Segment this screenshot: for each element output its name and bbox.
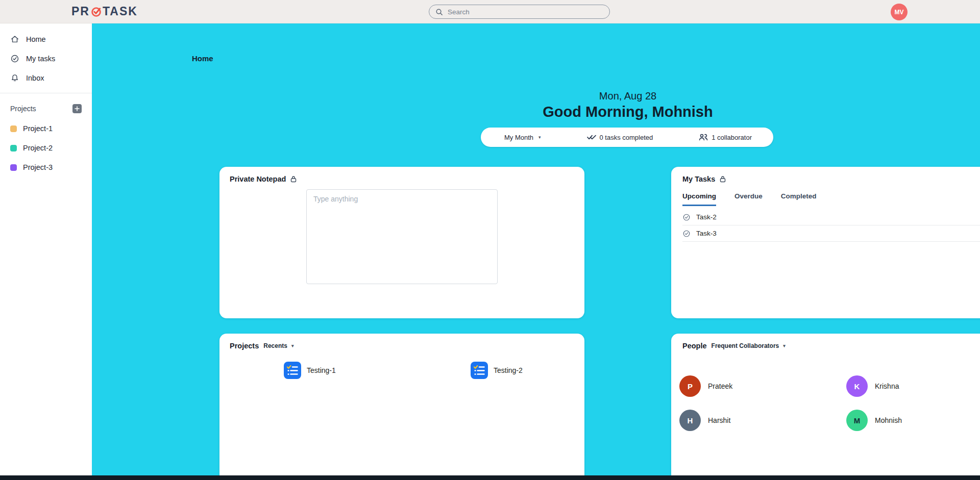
my-tasks-card: My Tasks Upcoming Overdue Completed Task… xyxy=(671,167,980,318)
sidebar-divider xyxy=(0,93,92,93)
tab-completed[interactable]: Completed xyxy=(781,192,817,206)
project-color-swatch xyxy=(10,164,17,171)
person-avatar: H xyxy=(679,410,701,431)
project-tile-label: Testing-2 xyxy=(494,366,523,374)
task-list: Task-2 Task-3 xyxy=(682,209,980,242)
topbar: PR TASK MV xyxy=(0,0,980,23)
person-mohnish[interactable]: M Mohnish xyxy=(846,410,902,431)
task-check-circle-icon xyxy=(682,230,691,238)
project-list-icon xyxy=(471,362,488,379)
bell-icon xyxy=(10,73,19,83)
tasks-completed-stat[interactable]: 0 tasks completed xyxy=(587,134,653,141)
my-tasks-title: My Tasks xyxy=(682,175,715,183)
sidebar-item-home[interactable]: Home xyxy=(0,30,92,49)
sidebar: Home My tasks Inbox Projects Project-1 P… xyxy=(0,23,92,475)
person-prateek[interactable]: P Prateek xyxy=(679,375,732,397)
projects-filter-label: Recents xyxy=(263,342,287,349)
logo-check-circle-icon xyxy=(90,6,102,17)
project-tile-testing-2[interactable]: Testing-2 xyxy=(471,362,523,379)
person-krishna[interactable]: K Krishna xyxy=(846,375,899,397)
search-icon xyxy=(435,8,443,16)
lock-icon xyxy=(290,175,297,183)
person-name: Harshit xyxy=(708,416,730,424)
collaborators-icon xyxy=(699,134,708,141)
sidebar-item-inbox[interactable]: Inbox xyxy=(0,68,92,88)
person-avatar: M xyxy=(846,410,868,431)
person-name: Prateek xyxy=(708,382,732,390)
person-name: Mohnish xyxy=(875,416,902,424)
home-canvas: Home Customize Mon, Aug 28 Good Morning,… xyxy=(92,23,980,475)
collaborators-stat[interactable]: 1 collaborator xyxy=(699,134,752,141)
tab-overdue[interactable]: Overdue xyxy=(734,192,763,206)
check-circle-icon xyxy=(10,54,19,63)
project-label: Project-2 xyxy=(23,144,53,152)
project-tile-label: Testing-1 xyxy=(307,366,336,374)
breadcrumb: Home xyxy=(192,54,213,63)
projects-filter-dropdown[interactable]: Recents ▾ xyxy=(263,342,293,349)
project-label: Project-1 xyxy=(23,124,53,133)
private-notepad-card: Private Notepad xyxy=(219,167,584,318)
chevron-down-icon: ▾ xyxy=(538,135,541,140)
project-color-swatch xyxy=(10,125,17,132)
user-avatar[interactable]: MV xyxy=(891,4,908,20)
project-color-swatch xyxy=(10,145,17,151)
projects-card: Projects Recents ▾ Testing-1 xyxy=(219,334,584,480)
collaborators-label: 1 collaborator xyxy=(712,134,752,141)
logo-text-post: TASK xyxy=(103,5,138,18)
notepad-textarea[interactable] xyxy=(306,189,498,284)
plus-icon xyxy=(75,106,80,111)
project-label: Project-3 xyxy=(23,163,53,171)
sidebar-item-project-1[interactable]: Project-1 xyxy=(0,119,92,138)
projects-header-label: Projects xyxy=(10,105,36,113)
tasks-completed-label: 0 tasks completed xyxy=(600,134,653,141)
home-icon xyxy=(10,35,19,44)
logo-text-pre: PR xyxy=(71,5,90,18)
task-label: Task-2 xyxy=(696,213,717,221)
person-avatar: K xyxy=(846,375,868,397)
date-heading: Mon, Aug 28 xyxy=(184,90,980,102)
chevron-down-icon: ▾ xyxy=(291,343,294,348)
status-pill: My Month ▾ 0 tasks completed 1 collabora… xyxy=(481,128,773,147)
people-widget-title: People xyxy=(682,342,707,350)
task-check-circle-icon xyxy=(682,213,691,221)
people-filter-dropdown[interactable]: Frequent Collaborators ▾ xyxy=(712,342,786,349)
sidebar-item-label: Inbox xyxy=(26,74,44,82)
search-input[interactable] xyxy=(448,8,603,16)
double-check-icon xyxy=(587,134,596,140)
projects-widget-title: Projects xyxy=(230,342,259,350)
notepad-title: Private Notepad xyxy=(230,175,286,183)
sidebar-item-project-2[interactable]: Project-2 xyxy=(0,138,92,158)
people-card: People Frequent Collaborators ▾ P Pratee… xyxy=(671,334,980,480)
lock-icon xyxy=(720,175,726,183)
sidebar-item-project-3[interactable]: Project-3 xyxy=(0,158,92,177)
sidebar-projects-header: Projects xyxy=(0,98,92,119)
tab-upcoming[interactable]: Upcoming xyxy=(682,192,716,206)
period-label: My Month xyxy=(504,134,533,141)
period-dropdown[interactable]: My Month ▾ xyxy=(504,134,541,141)
project-tile-testing-1[interactable]: Testing-1 xyxy=(284,362,336,379)
add-project-button[interactable] xyxy=(72,104,82,113)
window-bottom-edge xyxy=(0,475,980,480)
person-name: Krishna xyxy=(875,382,899,390)
my-tasks-tabs: Upcoming Overdue Completed xyxy=(682,192,980,206)
task-label: Task-3 xyxy=(696,230,717,237)
app-logo[interactable]: PR TASK xyxy=(71,5,138,18)
person-avatar: P xyxy=(679,375,701,397)
task-row[interactable]: Task-2 xyxy=(682,209,980,225)
person-harshit[interactable]: H Harshit xyxy=(679,410,730,431)
people-filter-label: Frequent Collaborators xyxy=(712,342,779,349)
sidebar-item-my-tasks[interactable]: My tasks xyxy=(0,49,92,68)
sidebar-item-label: My tasks xyxy=(26,55,55,63)
chevron-down-icon: ▾ xyxy=(783,343,786,348)
search-bar[interactable] xyxy=(429,5,610,19)
task-row[interactable]: Task-3 xyxy=(682,225,980,242)
project-list-icon xyxy=(284,362,301,379)
greeting-heading: Good Morning, Mohnish xyxy=(184,104,980,120)
sidebar-item-label: Home xyxy=(26,35,46,43)
